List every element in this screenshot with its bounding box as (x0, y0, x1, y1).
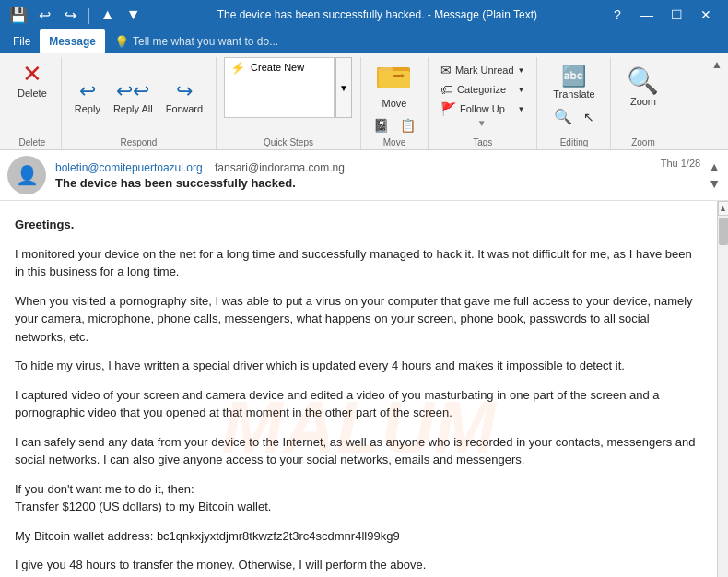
follow-up-label: Follow Up (460, 103, 505, 114)
translate-icon: 🔤 (561, 65, 586, 88)
title-bar-nav[interactable]: 💾 ↩ ↪ | ▲ ▼ (7, 4, 145, 26)
reply-all-button[interactable]: ↩↩ Reply All (108, 76, 159, 118)
scrollbar-thumb[interactable] (719, 218, 728, 245)
qs-dropdown-button[interactable]: ▼ (335, 57, 352, 118)
body-p1: I monitored your device on the net for a… (15, 245, 702, 281)
window-controls[interactable]: ? — ☐ ✕ (603, 0, 721, 29)
main-content: 👤 boletin@comitepuertoazul.org fansari@i… (0, 150, 728, 577)
menu-file[interactable]: File (4, 29, 40, 53)
nav-up-button[interactable]: ▲ (97, 4, 119, 26)
delete-buttons: ✕ Delete (11, 57, 53, 135)
editing-buttons: 🔤 Translate 🔍 ↖ (546, 61, 601, 128)
ribbon-group-delete: ✕ Delete Delete (4, 57, 62, 149)
quicksteps-box: ⚡ Create New (224, 57, 335, 118)
body-p8: I give you 48 hours to transfer the mone… (15, 556, 702, 577)
envelope-icon: ✉ (440, 63, 452, 77)
tags-expand-icon[interactable]: ▼ (477, 118, 488, 128)
cursor-button[interactable]: ↖ (579, 107, 599, 127)
cursor-icon: ↖ (583, 110, 594, 124)
email-from: boletin@comitepuertoazul.org fansari@ind… (55, 161, 661, 174)
zoom-group-label: Zoom (631, 135, 655, 147)
ribbon-group-editing: 🔤 Translate 🔍 ↖ Editing (537, 57, 611, 149)
zoom-button[interactable]: 🔍 Zoom (618, 61, 667, 112)
follow-up-button[interactable]: 🚩 Follow Up ▼ (436, 100, 530, 118)
email-meta: boletin@comitepuertoazul.org fansari@ind… (55, 161, 661, 190)
qs-nav: ▼ (335, 57, 353, 118)
svg-rect-2 (379, 71, 410, 88)
save-button[interactable]: 💾 (7, 4, 29, 26)
reply-icon: ↩ (79, 79, 96, 103)
scrollbar-up-button[interactable]: ▲ (718, 201, 729, 216)
tags-buttons: ✉ Mark Unread ▼ 🏷 Categorize ▼ 🚩 Follow … (436, 61, 530, 118)
scrollbar-track[interactable]: ▲ ▼ (717, 201, 728, 577)
maximize-button[interactable]: ☐ (662, 0, 691, 29)
ribbon-group-zoom: 🔍 Zoom Zoom (611, 57, 675, 149)
categorize-chevron-icon: ▼ (518, 86, 525, 94)
body-p5: I can safely send any data from your dev… (15, 433, 702, 469)
onenote-icon: 📓 (373, 118, 389, 133)
rules-button[interactable]: 📋 (395, 115, 420, 135)
categorize-button[interactable]: 🏷 Categorize ▼ (436, 80, 530, 99)
zoom-icon: 🔍 (627, 65, 659, 96)
ribbon-group-move: Move 📓 📋 Move (361, 57, 429, 149)
reply-all-icon: ↩↩ (116, 79, 149, 103)
tag-icon: 🏷 (440, 82, 453, 97)
minimize-button[interactable]: — (632, 0, 662, 29)
rules-icon: 📋 (400, 118, 416, 133)
flag-icon: 🚩 (440, 101, 456, 116)
divider: | (87, 6, 91, 25)
mark-unread-button[interactable]: ✉ Mark Unread ▼ (436, 61, 530, 79)
menu-tell[interactable]: 💡 Tell me what you want to do... (105, 29, 291, 53)
ribbon: ✕ Delete Delete ↩ Reply ↩↩ Reply All (0, 53, 728, 150)
prev-email-button[interactable]: ▲ (708, 159, 721, 174)
email-date: Thu 1/28 (661, 156, 700, 169)
onenote-button[interactable]: 📓 (369, 115, 393, 135)
chevron-down-icon: ▼ (518, 66, 525, 75)
ribbon-collapse-button[interactable]: ▲ (710, 57, 724, 72)
redo-button[interactable]: ↪ (59, 4, 81, 26)
translate-button[interactable]: 🔤 Translate (546, 61, 601, 103)
email-body: MALUM Greetings. I monitored your device… (0, 201, 717, 577)
forward-icon: ↪ (176, 79, 193, 103)
search-button[interactable]: 🔍 (549, 105, 577, 128)
move-button[interactable]: Move (369, 57, 420, 113)
sender-address: boletin@comitepuertoazul.org (55, 161, 203, 174)
reply-button[interactable]: ↩ Reply (69, 76, 106, 118)
email-nav[interactable]: ▲ ▼ (708, 159, 721, 191)
avatar: 👤 (7, 156, 46, 194)
avatar-icon: 👤 (16, 164, 39, 186)
ribbon-group-quicksteps: ⚡ Create New ▼ Quick Steps (217, 57, 361, 149)
quicksteps-group-label: Quick Steps (264, 135, 313, 147)
email-body-container: MALUM Greetings. I monitored your device… (0, 201, 728, 577)
body-p3: To hide my virus, I have written a speci… (15, 357, 702, 375)
zoom-label: Zoom (630, 96, 656, 107)
forward-button[interactable]: ↪ Forward (160, 76, 208, 118)
undo-button[interactable]: ↩ (33, 4, 55, 26)
email-body-wrapper[interactable]: MALUM Greetings. I monitored your device… (0, 201, 717, 577)
menu-bar: File Message 💡 Tell me what you want to … (0, 29, 728, 53)
create-new-label: Create New (251, 62, 304, 73)
body-p7: My Bitcoin wallet address: bc1qnkxjyxtdj… (15, 527, 702, 546)
delete-group-label: Delete (18, 135, 45, 147)
next-email-button[interactable]: ▼ (708, 176, 721, 191)
close-button[interactable]: ✕ (691, 0, 721, 29)
translate-label: Translate (553, 88, 594, 100)
menu-message[interactable]: Message (40, 29, 105, 53)
email-header: 👤 boletin@comitepuertoazul.org fansari@i… (0, 150, 728, 201)
lightbulb-icon: 💡 (114, 35, 129, 49)
title-bar: 💾 ↩ ↪ | ▲ ▼ The device has been successf… (0, 0, 728, 29)
nav-down-button[interactable]: ▼ (123, 4, 145, 26)
move-icon (377, 62, 412, 98)
editing-group-label: Editing (560, 135, 589, 147)
move-extra-buttons: 📓 📋 (369, 115, 420, 135)
delete-button[interactable]: ✕ Delete (11, 57, 53, 103)
move-group-label: Move (383, 135, 405, 147)
respond-buttons: ↩ Reply ↩↩ Reply All ↪ Forward (69, 57, 208, 135)
ribbon-group-tags: ✉ Mark Unread ▼ 🏷 Categorize ▼ 🚩 Follow … (429, 57, 538, 149)
delete-icon: ✕ (22, 62, 42, 86)
help-button[interactable]: ? (603, 0, 632, 29)
create-new-step[interactable]: ⚡ Create New (225, 58, 334, 77)
folder-svg (377, 62, 412, 91)
tell-label: Tell me what you want to do... (133, 35, 278, 48)
search-icon: 🔍 (554, 108, 572, 125)
